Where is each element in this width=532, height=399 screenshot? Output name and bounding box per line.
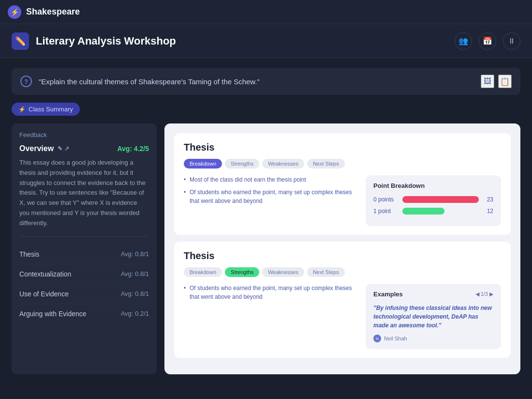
users-button[interactable]: 👥 [455,32,472,50]
score-value-thesis: Avg: 0.8/1 [121,250,149,258]
overview-body: This essay does a good job developing a … [19,158,149,237]
right-panel: Thesis Breakdown Strengths Weaknesses Ne… [164,123,520,374]
score-label-evidence: Use of Evidence [19,290,69,298]
score-list: Thesis Avg: 0.8/1 Contextualization Avg:… [19,245,149,323]
users-icon: 👥 [458,36,468,46]
feedback-panel: Feedback Overview ✎ ↗ Avg: 4.2/5 This es… [12,123,157,374]
prompt-bar: ? "Explain the cultural themes of Shakes… [12,68,520,95]
point-breakdown: Point Breakdown 0 points 23 1 point [366,175,501,226]
bar-green-container [402,208,479,215]
bullet-1-1: Most of the class did not earn the thesi… [184,175,358,184]
feedback-label: Feedback [19,131,149,138]
calendar-button[interactable]: 📅 [479,32,496,50]
bar-red-container [402,196,479,203]
breakdown-label-0: 0 points [373,196,398,203]
tab-nextsteps-2[interactable]: Next Steps [307,267,345,277]
bullet-2-1: Of students who earned the point, many s… [184,284,358,301]
score-label-arguing: Arguing with Evidence [19,310,87,318]
image-button[interactable]: 🖼 [481,75,494,88]
thesis-bullets-1: Most of the class did not earn the thesi… [184,175,358,226]
image-icon: 🖼 [484,77,491,86]
score-label-context: Contextualization [19,270,71,278]
prompt-text: "Explain the cultural themes of Shakespe… [39,77,481,86]
example-quote: "By infusing these classical ideas into … [373,304,493,330]
prompt-icon: ? [20,76,32,87]
thesis-card-2: Thesis Breakdown Strengths Weaknesses Ne… [174,242,511,358]
author-avatar: N [373,335,381,342]
pause-icon: ⏸ [508,37,516,46]
pause-button[interactable]: ⏸ [503,32,520,50]
score-row-arguing: Arguing with Evidence Avg: 0.2/1 [19,304,149,323]
class-summary-button[interactable]: ⚡ Class Summary [12,103,80,116]
header-actions: 👥 📅 ⏸ [455,32,520,50]
topbar-title: Shakespeare [26,7,80,17]
copy-button[interactable]: 📋 [498,75,512,88]
tab-breakdown-1[interactable]: Breakdown [184,159,222,169]
thesis-card-1-title: Thesis [184,142,501,153]
tab-strengths-2[interactable]: Strengths [225,267,259,277]
tab-weaknesses-1[interactable]: Weaknesses [262,159,304,169]
topbar-logo-icon: ⚡ [8,5,21,19]
thesis-card-2-tabs: Breakdown Strengths Weaknesses Next Step… [184,267,501,277]
copy-icon: 📋 [500,77,510,86]
breakdown-row-0: 0 points 23 [373,196,493,203]
main-content: ? "Explain the cultural themes of Shakes… [0,58,532,384]
breakdown-label-1: 1 point [373,208,398,215]
score-row-thesis: Thesis Avg: 0.8/1 [19,245,149,264]
thesis-card-2-title: Thesis [184,250,501,261]
calendar-icon: 📅 [483,36,492,46]
score-row-context: Contextualization Avg: 0.8/1 [19,264,149,284]
overview-avg: Avg: 4.2/5 [117,145,149,153]
bar-count-0: 23 [484,196,493,203]
tab-weaknesses-2[interactable]: Weaknesses [262,267,304,277]
examples-nav[interactable]: ◀ 1/3 ▶ [475,291,493,297]
tab-nextsteps-1[interactable]: Next Steps [307,159,345,169]
overview-header: Overview ✎ ↗ Avg: 4.2/5 [19,144,149,153]
score-row-evidence: Use of Evidence Avg: 0.8/1 [19,284,149,304]
trend-icon: ↗ [64,145,69,152]
content-area: Feedback Overview ✎ ↗ Avg: 4.2/5 This es… [12,123,520,374]
examples-header: Examples ◀ 1/3 ▶ [373,291,493,298]
thesis-card-1-tabs: Breakdown Strengths Weaknesses Next Step… [184,159,501,169]
overview-title: Overview ✎ ↗ [19,144,69,153]
thesis-card-1-content: Most of the class did not earn the thesi… [184,175,501,226]
breakdown-row-1: 1 point 12 [373,208,493,215]
thesis-card-2-content: Of students who earned the point, many s… [184,284,501,349]
bar-count-1: 12 [484,208,493,215]
header: ✏️ Literary Analysis Workshop 👥 📅 ⏸ [0,24,532,58]
class-summary-label: Class Summary [29,106,73,113]
breakdown-title: Point Breakdown [373,182,493,189]
score-label-thesis: Thesis [19,250,39,258]
tab-breakdown-2[interactable]: Breakdown [184,267,222,277]
edit-icon[interactable]: ✎ [58,145,62,152]
thesis-card-1: Thesis Breakdown Strengths Weaknesses Ne… [174,133,511,235]
topbar: ⚡ Shakespeare [0,0,532,24]
author-name: Neil Shah [384,336,407,341]
bar-green [402,208,444,215]
example-author: N Neil Shah [373,335,493,342]
tab-strengths-1[interactable]: Strengths [225,159,259,169]
score-value-evidence: Avg: 0.8/1 [121,290,149,297]
bar-red [402,196,479,203]
examples-box: Examples ◀ 1/3 ▶ "By infusing these clas… [366,284,501,349]
examples-title: Examples [373,291,403,298]
page-title: Literary Analysis Workshop [36,35,455,47]
thesis-bullets-2: Of students who earned the point, many s… [184,284,358,349]
class-summary-icon: ⚡ [18,106,26,113]
workshop-icon: ✏️ [12,32,29,50]
prompt-actions: 🖼 📋 [481,75,512,88]
bullet-1-2: Of students who earned the point, many s… [184,188,358,205]
score-value-arguing: Avg: 0.2/1 [121,310,149,317]
score-value-context: Avg: 0.8/1 [121,270,149,277]
